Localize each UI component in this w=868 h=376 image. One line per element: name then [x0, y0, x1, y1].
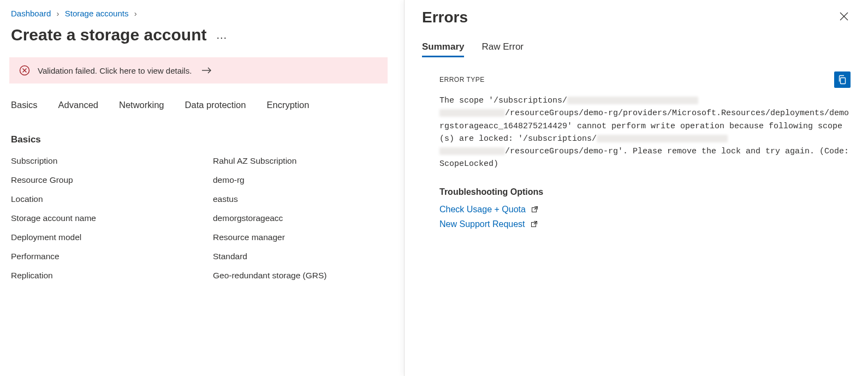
- svg-line-10: [534, 221, 537, 224]
- label-resource-group: Resource Group: [11, 175, 213, 185]
- copy-icon: [837, 75, 847, 85]
- redacted-subscription-id: xxxxxxxxxxxxxxxxxxxxxxxxxxxxxxxxxxxx: [567, 97, 698, 104]
- more-actions-button[interactable]: ···: [216, 27, 227, 43]
- value-storage-account-name: demorgstorageacc: [213, 213, 393, 223]
- troubleshooting-heading: Troubleshooting Options: [439, 187, 851, 197]
- error-type-label: ERROR TYPE: [439, 76, 485, 83]
- tab-encryption[interactable]: Encryption: [266, 100, 309, 110]
- link-label: New Support Request: [439, 219, 525, 229]
- label-performance: Performance: [11, 252, 213, 261]
- tab-advanced[interactable]: Advanced: [58, 100, 98, 110]
- redacted-subscription-id: xxxxxxxxxxxxxxxxxxxxxxxxxxxxxxxxxxxx: [597, 135, 728, 142]
- breadcrumb-dashboard-link[interactable]: Dashboard: [11, 9, 51, 18]
- basics-summary-grid: Subscription Rahul AZ Subscription Resou…: [11, 156, 393, 280]
- value-location: eastus: [213, 194, 393, 204]
- redacted-subscription-id: xxxxxxxxxxxx: [439, 147, 505, 155]
- error-message-text: The scope '/subscriptions/xxxxxxxxxxxxxx…: [439, 94, 851, 171]
- value-deployment-model: Resource manager: [213, 232, 393, 242]
- value-performance: Standard: [213, 252, 393, 261]
- new-support-request-link[interactable]: New Support Request: [439, 219, 851, 230]
- chevron-right-icon: ›: [57, 9, 60, 18]
- validation-message: Validation failed. Click here to view de…: [38, 66, 192, 75]
- label-storage-account-name: Storage account name: [11, 213, 213, 223]
- tab-data-protection[interactable]: Data protection: [185, 100, 246, 110]
- panel-title: Errors: [422, 9, 468, 26]
- copy-error-button[interactable]: [834, 71, 851, 88]
- label-replication: Replication: [11, 271, 213, 280]
- section-heading-basics: Basics: [11, 134, 393, 145]
- close-icon: [840, 12, 848, 21]
- chevron-right-icon: ›: [134, 9, 137, 18]
- link-label: Check Usage + Quota: [439, 205, 526, 214]
- svg-line-8: [534, 206, 538, 210]
- check-usage-quota-link[interactable]: Check Usage + Quota: [439, 205, 851, 215]
- value-replication: Geo-redundant storage (GRS): [213, 271, 393, 280]
- external-link-icon: [531, 220, 538, 230]
- breadcrumb-storage-accounts-link[interactable]: Storage accounts: [65, 9, 129, 18]
- label-location: Location: [11, 194, 213, 204]
- tab-raw-error[interactable]: Raw Error: [481, 41, 524, 57]
- validation-failed-banner[interactable]: Validation failed. Click here to view de…: [9, 57, 388, 83]
- label-subscription: Subscription: [11, 156, 213, 166]
- external-link-icon: [531, 205, 538, 215]
- errors-panel: Errors Summary Raw Error ERROR TYPE The …: [404, 0, 868, 376]
- wizard-tabs: Basics Advanced Networking Data protecti…: [11, 97, 393, 110]
- value-resource-group: demo-rg: [213, 175, 393, 185]
- arrow-right-icon: [201, 66, 212, 75]
- breadcrumb: Dashboard › Storage accounts ›: [11, 9, 393, 18]
- tab-networking[interactable]: Networking: [119, 100, 164, 110]
- label-deployment-model: Deployment model: [11, 232, 213, 242]
- error-panel-tabs: Summary Raw Error: [422, 41, 851, 57]
- error-circle-icon: [19, 65, 30, 76]
- close-panel-button[interactable]: [837, 10, 851, 26]
- tab-summary[interactable]: Summary: [422, 41, 464, 57]
- svg-rect-6: [841, 78, 846, 84]
- value-subscription: Rahul AZ Subscription: [213, 156, 393, 166]
- page-title: Create a storage account: [11, 26, 206, 44]
- tab-basics[interactable]: Basics: [11, 100, 38, 110]
- error-text-segment: The scope '/subscriptions/: [439, 96, 567, 105]
- redacted-subscription-id: xxxxxxxxxxxx: [439, 109, 505, 117]
